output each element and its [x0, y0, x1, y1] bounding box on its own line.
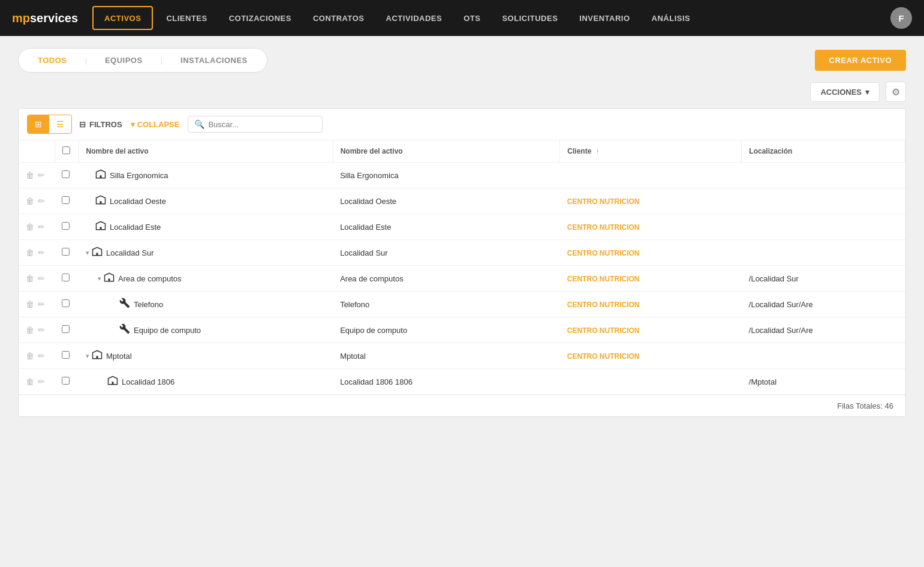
- acciones-button[interactable]: ACCIONES ▾: [810, 82, 880, 102]
- row-nombre: Telefono: [333, 292, 560, 317]
- row-actions: 🗑 ✏: [19, 188, 55, 214]
- row-actions: 🗑 ✏: [19, 369, 55, 395]
- asset-name-text: Localidad Este: [110, 223, 161, 232]
- search-box[interactable]: 🔍: [188, 116, 323, 133]
- brand-suffix: services: [30, 11, 78, 25]
- nav-item-ots[interactable]: OTS: [453, 0, 491, 36]
- row-checkbox-cell: [55, 343, 79, 369]
- row-checkbox-cell: [55, 188, 79, 214]
- row-checkbox[interactable]: [62, 274, 70, 281]
- settings-gear-button[interactable]: ⚙: [886, 82, 906, 102]
- row-checkbox[interactable]: [62, 377, 70, 385]
- building-icon: [95, 194, 106, 208]
- search-input[interactable]: [208, 120, 316, 129]
- row-checkbox[interactable]: [62, 299, 70, 307]
- tab-equipos[interactable]: EQUIPOS: [88, 51, 159, 70]
- row-nombre: Area de computos: [333, 266, 560, 292]
- client-link[interactable]: CENTRO NUTRICION: [567, 249, 640, 257]
- list-view-button[interactable]: ☰: [49, 115, 71, 133]
- client-link[interactable]: CENTRO NUTRICION: [567, 301, 640, 309]
- nav-item-actividades[interactable]: ACTIVIDADES: [375, 0, 453, 36]
- row-nombre: Equipo de computo: [333, 317, 560, 343]
- filtros-button[interactable]: ⊟ FILTROS: [79, 120, 122, 129]
- edit-icon[interactable]: ✏: [38, 248, 45, 257]
- nav-item-activos[interactable]: ACTIVOS: [92, 6, 153, 30]
- sort-up-icon: ↑: [596, 148, 600, 155]
- edit-icon[interactable]: ✏: [38, 222, 45, 232]
- avatar[interactable]: F: [890, 7, 912, 29]
- nav-item-clientes[interactable]: CLIENTES: [155, 0, 218, 36]
- grid-icon: ⊞: [35, 119, 42, 129]
- asset-name-text: Equipo de computo: [134, 326, 201, 335]
- tool-icon: [119, 323, 130, 337]
- row-checkbox[interactable]: [62, 222, 70, 230]
- edit-icon[interactable]: ✏: [38, 299, 45, 309]
- expand-icon[interactable]: ▾: [98, 275, 101, 283]
- delete-icon[interactable]: 🗑: [26, 170, 34, 180]
- delete-icon[interactable]: 🗑: [26, 196, 34, 206]
- nav-item-analisis[interactable]: ANÁLISIS: [641, 0, 702, 36]
- edit-icon[interactable]: ✏: [38, 377, 45, 386]
- col-header-check: [55, 140, 79, 163]
- client-link[interactable]: CENTRO NUTRICION: [567, 275, 640, 283]
- nav-item-inventario[interactable]: INVENTARIO: [568, 0, 640, 36]
- building-icon: [92, 246, 103, 259]
- row-localizacion: [742, 214, 905, 240]
- row-checkbox[interactable]: [62, 170, 70, 178]
- client-link[interactable]: CENTRO NUTRICION: [567, 197, 640, 206]
- select-all-checkbox[interactable]: [62, 146, 70, 154]
- collapse-button[interactable]: ▾ COLLAPSE: [131, 120, 180, 129]
- create-activo-button[interactable]: CREAR ACTIVO: [815, 50, 906, 71]
- row-checkbox[interactable]: [62, 196, 70, 204]
- row-actions: 🗑 ✏: [19, 240, 55, 266]
- col-nombre-activo-label: Nombre del activo: [86, 147, 149, 155]
- nav-item-contratos[interactable]: CONTRATOS: [302, 0, 375, 36]
- delete-icon[interactable]: 🗑: [26, 248, 34, 257]
- delete-icon[interactable]: 🗑: [26, 299, 34, 309]
- building-icon: [95, 220, 106, 233]
- row-nombre: Localidad Sur: [333, 240, 560, 266]
- tab-todos[interactable]: TODOS: [21, 51, 84, 70]
- filter-bar: ⊟ FILTROS ▾ COLLAPSE 🔍: [79, 116, 323, 133]
- edit-icon[interactable]: ✏: [38, 274, 45, 283]
- row-checkbox[interactable]: [62, 351, 70, 359]
- client-link[interactable]: CENTRO NUTRICION: [567, 326, 640, 335]
- asset-name-text: Telefono: [134, 300, 163, 309]
- nav-item-cotizaciones[interactable]: COTIZACIONES: [218, 0, 302, 36]
- tab-divider-1: |: [84, 51, 88, 70]
- row-nombre: Localidad Oeste: [333, 188, 560, 214]
- delete-icon[interactable]: 🗑: [26, 274, 34, 283]
- client-link[interactable]: CENTRO NUTRICION: [567, 223, 640, 232]
- delete-icon[interactable]: 🗑: [26, 377, 34, 386]
- nav-item-solicitudes[interactable]: SOLICITUDES: [491, 0, 568, 36]
- table-row: 🗑 ✏ Localidad 1806 Localidad 1806 1806 /…: [19, 369, 905, 395]
- edit-icon[interactable]: ✏: [38, 170, 45, 180]
- asset-name-text: Localidad Oeste: [110, 197, 166, 206]
- tab-instalaciones[interactable]: INSTALACIONES: [164, 51, 264, 70]
- table-scroll-wrapper[interactable]: Nombre del activo Nombre del activo Clie…: [19, 140, 905, 395]
- delete-icon[interactable]: 🗑: [26, 222, 34, 232]
- nav-items: ACTIVOS CLIENTES COTIZACIONES CONTRATOS …: [90, 0, 890, 36]
- row-checkbox[interactable]: [62, 248, 70, 256]
- collapse-label: COLLAPSE: [137, 120, 180, 129]
- grid-view-button[interactable]: ⊞: [28, 115, 49, 133]
- row-cliente: [560, 163, 742, 188]
- edit-icon[interactable]: ✏: [38, 196, 45, 206]
- table-row: 🗑 ✏ Localidad Este Localidad Este CENTRO…: [19, 214, 905, 240]
- expand-icon[interactable]: ▾: [86, 249, 89, 257]
- delete-icon[interactable]: 🗑: [26, 351, 34, 361]
- col-header-localizacion: Localización: [742, 140, 905, 163]
- navbar: mpservices ACTIVOS CLIENTES COTIZACIONES…: [0, 0, 924, 36]
- row-checkbox[interactable]: [62, 325, 70, 333]
- list-icon: ☰: [56, 119, 64, 129]
- total-rows-label: Filas Totales: 46: [837, 401, 893, 410]
- edit-icon[interactable]: ✏: [38, 351, 45, 361]
- col-header-cliente[interactable]: Cliente ↑: [560, 140, 742, 163]
- brand-prefix: mp: [12, 11, 30, 25]
- expand-icon[interactable]: ▾: [86, 352, 89, 360]
- client-link[interactable]: CENTRO NUTRICION: [567, 352, 640, 361]
- delete-icon[interactable]: 🗑: [26, 325, 34, 335]
- edit-icon[interactable]: ✏: [38, 325, 45, 335]
- search-icon: 🔍: [194, 119, 204, 129]
- table-body: 🗑 ✏ Silla Ergonomica Silla Ergonomica: [19, 163, 905, 395]
